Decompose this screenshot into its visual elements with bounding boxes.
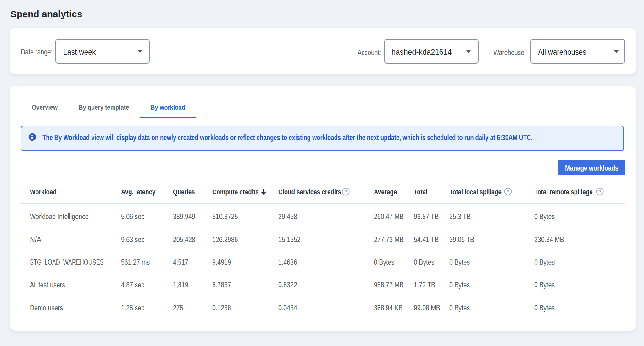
svg-text:?: ?	[507, 189, 509, 194]
svg-text:?: ?	[344, 189, 347, 194]
svg-text:?: ?	[598, 189, 601, 194]
